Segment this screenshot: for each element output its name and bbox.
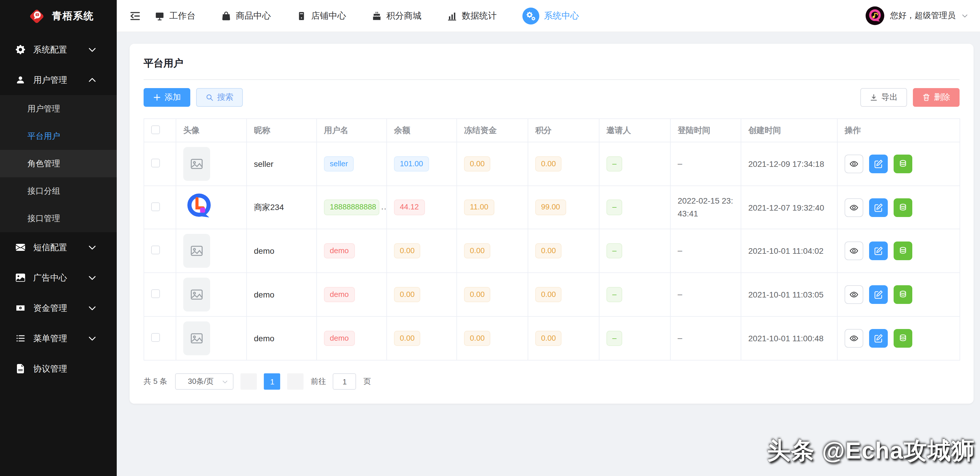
edit-row-button[interactable]: [869, 329, 888, 347]
funds-button[interactable]: [894, 155, 912, 173]
header-checkbox-cell: [144, 119, 176, 142]
points-cell: 0.00: [528, 229, 599, 273]
goto-suffix: 页: [363, 376, 371, 387]
edit-row-button[interactable]: [869, 241, 888, 260]
sidebar-item-agreement-management[interactable]: 协议管理: [0, 354, 117, 384]
avatar-cell: [176, 142, 247, 186]
trash-icon: [922, 93, 931, 102]
sidebar-item-system-config[interactable]: 系统配置: [0, 35, 117, 65]
row-checkbox[interactable]: [151, 159, 160, 167]
table-header-row: 头像昵称用户名余额冻结资金积分邀请人登陆时间创建时间操作: [144, 119, 960, 142]
inviter-cell: –: [599, 273, 670, 316]
edit-row-button[interactable]: [869, 155, 888, 173]
points-cell: 99.00: [528, 186, 599, 229]
view-button[interactable]: [845, 241, 863, 260]
value-tag: 0.00: [535, 243, 562, 259]
sidebar-item-user-management-sub[interactable]: 用户管理: [0, 95, 117, 122]
brand-name: 青梧系统: [52, 10, 94, 23]
user-menu[interactable]: 您好，超级管理员: [865, 6, 968, 25]
funds-button[interactable]: [894, 329, 912, 347]
sidebar-item-user-management[interactable]: 用户管理: [0, 65, 117, 95]
value-tag: 0.00: [464, 156, 491, 172]
page-size-value: 30条/页: [183, 376, 219, 387]
coins-icon: [898, 159, 908, 168]
sidebar-collapse-icon[interactable]: [130, 10, 141, 21]
search-button[interactable]: 搜索: [196, 88, 243, 107]
avatar-placeholder: [183, 234, 210, 268]
column-header: 余额: [387, 119, 457, 142]
view-button[interactable]: [845, 155, 863, 173]
nav-item-system-center[interactable]: 系统中心: [522, 7, 579, 24]
row-checkbox[interactable]: [151, 246, 160, 254]
sidebar-item-menu-management[interactable]: 菜单管理: [0, 323, 117, 354]
row-checkbox[interactable]: [151, 333, 160, 342]
sidebar-item-sms-config[interactable]: 短信配置: [0, 232, 117, 262]
funds-button[interactable]: [894, 241, 912, 260]
row-checkbox[interactable]: [151, 289, 160, 298]
select-all-checkbox[interactable]: [151, 125, 160, 134]
funds-button[interactable]: [894, 285, 912, 304]
edit-row-button[interactable]: [869, 285, 888, 304]
value-tag: 0.00: [464, 331, 491, 346]
balance-cell: 0.00: [387, 273, 457, 316]
edit-row-button[interactable]: [869, 198, 888, 217]
username-cell: 18888888888...: [317, 186, 387, 229]
sidebar-item-ad-center[interactable]: 广告中心: [0, 262, 117, 293]
topbar: 工作台商品中心店铺中心积分商城数据统计系统中心 您好，超级管理员: [117, 0, 980, 32]
coins-icon: [898, 246, 908, 255]
value-tag: 0.00: [394, 331, 420, 346]
export-button[interactable]: 导出: [860, 88, 907, 107]
delete-button[interactable]: 删除: [913, 88, 959, 107]
nav-item-points-mall[interactable]: 积分商城: [372, 10, 422, 21]
value-tag: –: [606, 287, 622, 303]
view-button[interactable]: [845, 329, 863, 347]
next-page-button[interactable]: [288, 373, 304, 390]
nickname-cell: demo: [247, 316, 317, 360]
value-tag: 44.12: [394, 200, 425, 215]
frozen-cell: 11.00: [457, 186, 528, 229]
value-tag: seller: [324, 156, 354, 172]
nav-item-data-stats[interactable]: 数据统计: [447, 10, 497, 21]
login-time-cell: –: [670, 142, 741, 186]
value-tag: 0.00: [464, 243, 491, 259]
pagination-total: 共 5 条: [143, 376, 167, 387]
view-button[interactable]: [845, 285, 863, 304]
nav-item-product-center[interactable]: 商品中心: [221, 10, 271, 21]
goto-page-input[interactable]: [333, 373, 356, 390]
column-header: 昵称: [247, 119, 317, 142]
sidebar-item-label: 协议管理: [33, 363, 105, 374]
edit-icon: [874, 203, 883, 212]
edit-icon: [874, 159, 883, 168]
funds-button[interactable]: [894, 198, 912, 217]
row-checkbox[interactable]: [151, 202, 160, 211]
sidebar-item-platform-users[interactable]: 平台用户: [0, 122, 117, 150]
edit-icon: [874, 334, 883, 343]
envelope-icon: [15, 243, 25, 252]
edit-icon: [874, 290, 883, 299]
page-size-select[interactable]: 30条/页: [175, 373, 234, 390]
view-button[interactable]: [845, 198, 863, 217]
inviter-cell: –: [599, 186, 670, 229]
sidebar: 青梧系统 系统配置用户管理用户管理平台用户角色管理接口分组接口管理短信配置广告中…: [0, 0, 117, 476]
nickname-cell: demo: [247, 273, 317, 316]
sidebar-item-api-groups[interactable]: 接口分组: [0, 177, 117, 205]
watermark: 头条 @Echa攻城狮: [767, 435, 975, 466]
nav-item-label: 系统中心: [544, 10, 579, 21]
sidebar-item-role-management[interactable]: 角色管理: [0, 150, 117, 177]
page-number-1[interactable]: 1: [264, 373, 280, 390]
chevron-down-icon: [87, 334, 97, 343]
sidebar-item-api-management[interactable]: 接口管理: [0, 205, 117, 232]
sidebar-item-funds-management[interactable]: 资金管理: [0, 293, 117, 323]
nav-item-workbench[interactable]: 工作台: [155, 10, 196, 21]
nav-item-shop-center[interactable]: 店铺中心: [296, 10, 346, 21]
money-icon: [15, 303, 25, 313]
gears-icon: [522, 7, 539, 24]
users-table: 头像昵称用户名余额冻结资金积分邀请人登陆时间创建时间操作 sellerselle…: [143, 118, 960, 360]
chevron-down-icon: [87, 45, 97, 54]
points-cell: 0.00: [528, 316, 599, 360]
add-button[interactable]: 添加: [143, 88, 190, 107]
inviter-cell: –: [599, 142, 670, 186]
sidebar-item-label: 系统配置: [33, 44, 87, 55]
prev-page-button[interactable]: [241, 373, 257, 390]
column-header: 冻结资金: [457, 119, 528, 142]
